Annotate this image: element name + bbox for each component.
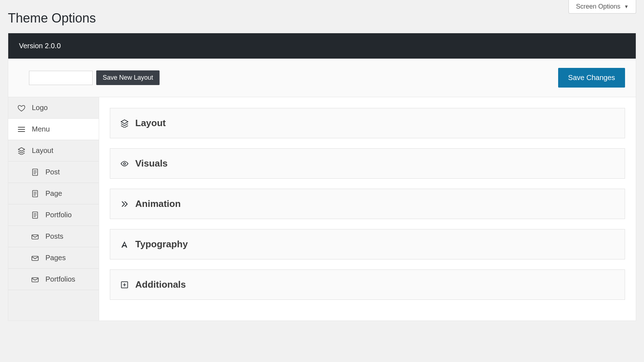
panel-title: Animation [135,198,181,209]
plus-square-icon [120,281,129,289]
version-label: Version 2.0.0 [19,42,61,50]
panel-title: Layout [135,118,166,129]
menu-icon [18,125,25,133]
save-changes-button[interactable]: Save Changes [558,68,625,88]
mail-icon [31,233,39,240]
sidebar-item-label: Pages [45,254,66,262]
panel-layout[interactable]: Layout [110,108,625,138]
page-title: Theme Options [0,0,644,33]
doc-icon [31,190,39,198]
doc-icon [31,168,39,176]
chevron-down-icon: ▼ [624,4,629,9]
chevrons-icon [120,200,129,208]
eye-icon [120,159,129,168]
mail-icon [31,276,39,283]
sidebar-item-label: Portfolios [45,275,75,283]
sidebar-subitem-page[interactable]: Page [8,183,99,204]
sidebar-item-layout[interactable]: Layout [8,140,99,162]
version-bar: Version 2.0.0 [8,33,636,59]
sidebar-item-label: Logo [32,104,48,112]
main-content: Layout Visuals Animation Typography Addi… [99,97,636,321]
sidebar: Logo Menu Layout Post Page [8,97,99,321]
sidebar-item-label: Layout [32,147,53,155]
sidebar-item-menu[interactable]: Menu [8,119,99,140]
panel-animation[interactable]: Animation [110,189,625,219]
layers-icon [120,119,129,128]
sidebar-item-logo[interactable]: Logo [8,97,99,119]
layout-name-input[interactable] [29,71,93,85]
panel-title: Typography [135,239,188,250]
panel-typography[interactable]: Typography [110,229,625,259]
mail-icon [31,254,39,262]
toolbar: Save New Layout Save Changes [8,59,636,97]
sidebar-subitem-posts[interactable]: Posts [8,226,99,247]
sidebar-subitem-portfolios[interactable]: Portfolios [8,269,99,290]
sidebar-subitem-pages[interactable]: Pages [8,247,99,269]
panel-title: Additionals [135,279,186,290]
sidebar-item-label: Posts [45,232,63,240]
sidebar-item-label: Page [45,189,62,198]
font-icon [120,240,129,249]
panel-additionals[interactable]: Additionals [110,269,625,300]
screen-options-label: Screen Options [576,3,620,10]
save-new-layout-button[interactable]: Save New Layout [96,70,160,85]
sidebar-item-label: Portfolio [45,211,72,219]
sidebar-sublist: Post Page Portfolio Posts Pages [8,162,99,290]
layers-icon [18,147,25,155]
panel-title: Visuals [135,158,168,169]
panel-visuals[interactable]: Visuals [110,148,625,179]
theme-options-container: Version 2.0.0 Save New Layout Save Chang… [8,33,636,321]
sidebar-subitem-post[interactable]: Post [8,162,99,183]
sidebar-subitem-portfolio[interactable]: Portfolio [8,204,99,226]
doc-icon [31,211,39,219]
heart-icon [18,104,25,112]
sidebar-item-label: Menu [32,125,50,133]
screen-options-button[interactable]: Screen Options ▼ [569,0,636,14]
sidebar-item-label: Post [45,168,60,176]
